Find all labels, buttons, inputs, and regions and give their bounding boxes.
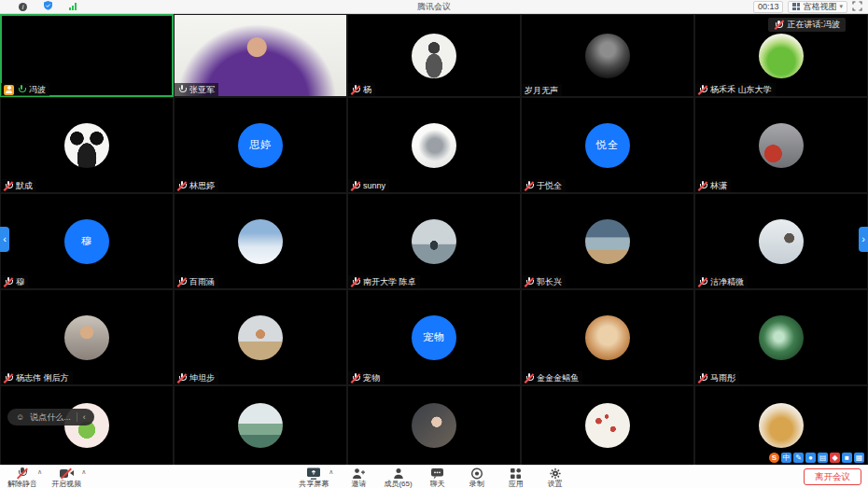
share-options-chevron-icon[interactable]: ∧ (329, 468, 333, 475)
avatar: 悦全 (585, 123, 630, 168)
avatar (412, 403, 456, 448)
chat-quick-input[interactable]: ☺ 说点什么... ‹ (7, 409, 94, 425)
avatar (585, 315, 630, 360)
mic-muted-icon (698, 373, 707, 383)
settings-button[interactable]: 设置 (541, 467, 569, 488)
title-bar-right: 00:13 宫格视图 ▾ (753, 1, 868, 13)
chinese-mode-icon[interactable]: 中 (781, 453, 791, 463)
participant-tile[interactable] (174, 385, 347, 466)
avatar (759, 123, 804, 168)
avatar: 穆 (64, 219, 109, 264)
members-button[interactable]: 成员(65) (384, 467, 412, 488)
participant-tile[interactable] (521, 385, 694, 466)
participant-nameplate: 宠物 (348, 371, 384, 384)
participant-tile[interactable]: 林潇 (694, 97, 868, 193)
participant-tile[interactable]: 穆 穆 (0, 193, 174, 289)
meeting-timer: 00:13 (753, 1, 784, 13)
invite-button[interactable]: 邀请 (344, 467, 372, 488)
participant-name: 张亚军 (189, 85, 215, 94)
avatar (759, 34, 804, 78)
participant-tile[interactable]: 马雨彤 (694, 289, 868, 385)
audio-options-chevron-icon[interactable]: ∧ (37, 468, 42, 475)
skin-icon[interactable]: ◆ (830, 453, 840, 463)
grid-view-icon (792, 3, 800, 10)
chat-bubble-icon (430, 467, 444, 480)
participant-name: 默成 (16, 181, 33, 190)
participant-tile[interactable]: 南开大学 陈卓 (347, 193, 521, 289)
avatar (585, 403, 630, 448)
grid-view-button[interactable]: 宫格视图 ▾ (788, 1, 847, 13)
meeting-toolbar: 解除静音 ∧ 开启视频 ∧ 共享屏幕 ∧ (0, 465, 868, 488)
apps-grid-icon (510, 467, 522, 480)
host-badge-icon (4, 85, 14, 95)
chat-button[interactable]: 聊天 (424, 467, 452, 488)
participant-nameplate: 百雨涵 (175, 275, 218, 288)
avatar-initials: 悦全 (596, 138, 619, 152)
avatar (238, 219, 283, 264)
mic-on-icon (177, 85, 187, 95)
avatar (238, 403, 283, 448)
participant-name: 洁净精微 (710, 277, 744, 286)
participant-tile[interactable]: 杨志伟 俐后方 (0, 289, 174, 385)
more-tools-icon[interactable]: ▦ (854, 453, 864, 463)
start-video-button[interactable]: 开启视频 (51, 467, 81, 488)
share-screen-button[interactable]: 共享屏幕 (299, 467, 329, 488)
mic-muted-icon (525, 373, 534, 383)
participant-tile[interactable] (347, 385, 521, 466)
divider (77, 412, 77, 422)
mic-muted-icon (351, 277, 360, 287)
participant-tile-video[interactable]: 冯波 (0, 14, 174, 97)
participant-tile[interactable]: 宠物 宠物 (347, 289, 521, 385)
participant-tile-video[interactable]: 张亚军 (174, 14, 347, 97)
mic-muted-icon (774, 20, 783, 30)
participant-nameplate: 杨禾禾 山东大学 (695, 83, 776, 96)
toolbox-icon[interactable]: ■ (842, 453, 852, 463)
unmute-button[interactable]: 解除静音 (7, 467, 37, 488)
participant-tile[interactable]: 坤坦步 (174, 289, 347, 385)
participant-grid: 冯波 张亚军 杨 岁月无声 杨禾禾 山东 (0, 14, 868, 466)
fullscreen-icon[interactable] (852, 1, 862, 13)
apps-button[interactable]: 应用 (502, 467, 530, 488)
participant-tile[interactable]: 金金金鲳鱼 (521, 289, 694, 385)
avatar (759, 315, 804, 360)
grid-view-label: 宫格视图 (803, 1, 836, 13)
participant-tile[interactable]: 洁净精微 (694, 193, 868, 289)
avatar (412, 219, 456, 264)
avatar-initials: 思婷 (249, 138, 272, 152)
mic-muted-icon (4, 181, 13, 191)
participant-nameplate: 穆 (1, 275, 28, 288)
collapse-chevron-icon[interactable]: ‹ (83, 412, 86, 422)
previous-page-button[interactable]: ‹ (0, 227, 9, 252)
participant-tile[interactable]: 岁月无声 (521, 14, 694, 97)
emoji-icon[interactable]: ☺ (16, 412, 24, 422)
sogou-input-icon[interactable]: S (769, 453, 779, 463)
participant-tile[interactable]: sunny (347, 97, 521, 193)
record-button[interactable]: 录制 (463, 467, 491, 488)
avatar: 宠物 (412, 315, 456, 360)
record-icon (470, 467, 483, 480)
avatar (64, 315, 109, 360)
mic-muted-icon (351, 85, 360, 95)
meeting-window: i 腾讯会议 00:13 宫格视图 ▾ 正在讲话:冯波 (0, 0, 868, 488)
avatar (585, 219, 630, 264)
participant-nameplate: 岁月无声 (522, 84, 562, 96)
video-options-chevron-icon[interactable]: ∧ (81, 468, 86, 475)
participant-tile[interactable]: 悦全 于悦全 (521, 97, 694, 193)
leave-meeting-button[interactable]: 离开会议 (804, 468, 861, 485)
participant-nameplate: 林思婷 (175, 179, 218, 192)
participant-tile[interactable]: 思婷 林思婷 (174, 97, 347, 193)
pen-input-icon[interactable]: ✎ (793, 453, 804, 463)
mic-muted-icon (351, 181, 360, 191)
keyboard-icon[interactable]: ▤ (818, 453, 828, 463)
participant-tile[interactable]: 郭长兴 (521, 193, 694, 289)
participant-nameplate: 于悦全 (522, 179, 566, 192)
participant-nameplate: 杨 (348, 83, 375, 96)
voice-input-icon[interactable]: ● (805, 453, 816, 463)
participant-tile[interactable]: 百雨涵 (174, 193, 347, 289)
next-page-button[interactable]: › (859, 227, 868, 252)
participant-tile[interactable]: 杨 (347, 14, 521, 97)
mic-muted-icon (17, 467, 28, 480)
participant-tile[interactable]: 默成 (0, 97, 174, 193)
participant-tile[interactable] (0, 385, 174, 466)
avatar (412, 34, 456, 78)
